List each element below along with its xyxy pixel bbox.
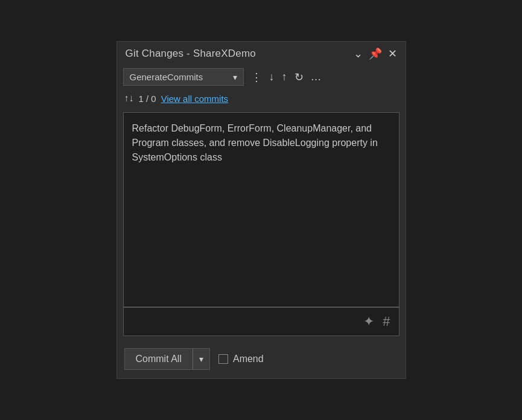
fetch-icon[interactable]: ⋮ <box>251 71 262 84</box>
amend-checkbox[interactable] <box>218 354 228 364</box>
branch-actions: ⋮ ↓ ↑ ↻ … <box>251 71 322 84</box>
panel-title: Git Changes - ShareXDemo <box>126 48 256 60</box>
commit-message-area[interactable]: Refactor DebugForm, ErrorForm, CleanupMa… <box>123 112 399 307</box>
bottom-bar: Commit All ▾ Amend <box>117 340 406 378</box>
amend-label: Amend <box>233 354 264 364</box>
sync-arrows-icon: ↑↓ <box>124 93 134 104</box>
ai-assist-icon[interactable]: ✦︎ <box>363 314 374 329</box>
pin-icon[interactable]: 📌 <box>369 48 382 59</box>
chevron-down-icon[interactable]: ⌄ <box>354 48 363 59</box>
view-all-commits-link[interactable]: View all commits <box>161 94 228 104</box>
message-tools-row: ✦︎ # <box>123 307 399 336</box>
commit-all-dropdown-button[interactable]: ▾ <box>193 348 210 370</box>
commit-all-button[interactable]: Commit All <box>124 348 193 370</box>
commits-count: 1 / 0 <box>139 94 156 104</box>
commits-row: ↑↓ 1 / 0 View all commits <box>117 89 406 109</box>
title-bar-actions: ⌄ 📌 ✕ <box>354 48 397 59</box>
git-changes-panel: Git Changes - ShareXDemo ⌄ 📌 ✕ GenerateC… <box>116 41 406 379</box>
branch-selector[interactable]: GenerateCommits ▾ <box>123 68 244 86</box>
hash-icon[interactable]: # <box>383 314 390 329</box>
sync-icon[interactable]: ↻ <box>294 71 304 84</box>
branch-chevron-icon: ▾ <box>233 72 237 82</box>
commit-button-group: Commit All ▾ <box>124 348 210 370</box>
branch-name-label: GenerateCommits <box>130 72 228 82</box>
close-icon[interactable]: ✕ <box>388 48 397 59</box>
pull-icon[interactable]: ↓ <box>269 71 275 83</box>
commit-message-text: Refactor DebugForm, ErrorForm, CleanupMa… <box>132 123 378 162</box>
push-icon[interactable]: ↑ <box>282 71 287 83</box>
title-bar: Git Changes - ShareXDemo ⌄ 📌 ✕ <box>117 42 406 65</box>
more-icon[interactable]: … <box>311 71 322 83</box>
branch-bar: GenerateCommits ▾ ⋮ ↓ ↑ ↻ … <box>117 65 406 89</box>
amend-group: Amend <box>218 354 264 364</box>
commit-dropdown-arrow-icon: ▾ <box>199 354 203 364</box>
